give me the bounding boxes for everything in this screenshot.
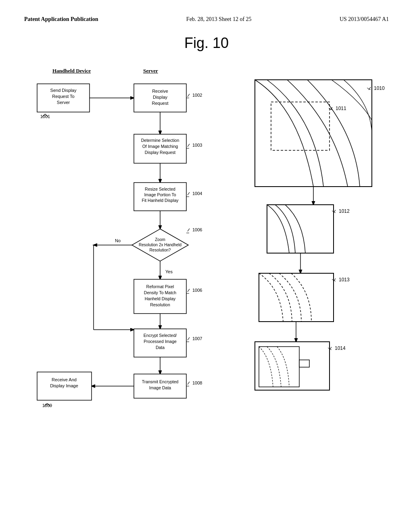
diagram-area: Handheld Device Server Send Display Requ… [24, 68, 389, 503]
figure-title: Fig. 10 [24, 35, 389, 52]
svg-text:1006: 1006 [192, 288, 202, 293]
svg-text:1003: 1003 [192, 143, 202, 148]
svg-text:Receive And: Receive And [52, 377, 77, 382]
svg-text:Display Image: Display Image [50, 383, 78, 388]
svg-text:1012: 1012 [339, 208, 350, 214]
header: Patent Application Publication Feb. 28, … [24, 16, 389, 23]
svg-text:1006: 1006 [192, 227, 202, 232]
svg-text:1014: 1014 [335, 345, 346, 351]
svg-text:Request: Request [152, 101, 169, 106]
svg-text:Fit Hanheld Display: Fit Hanheld Display [142, 198, 179, 203]
svg-text:No: No [115, 238, 121, 243]
svg-rect-83 [299, 360, 309, 367]
page: Patent Application Publication Feb. 28, … [0, 0, 413, 532]
header-left: Patent Application Publication [24, 16, 98, 23]
svg-text:Send Display: Send Display [50, 88, 77, 93]
svg-text:1011: 1011 [336, 106, 346, 111]
svg-text:Hanheld Display: Hanheld Display [145, 296, 176, 301]
svg-rect-75 [259, 273, 334, 322]
svg-text:1001: 1001 [40, 114, 50, 119]
svg-text:Display: Display [153, 95, 168, 100]
svg-text:1008: 1008 [192, 380, 202, 385]
svg-text:Resolution: Resolution [150, 302, 170, 307]
svg-text:1010: 1010 [374, 85, 385, 91]
svg-text:Yes: Yes [165, 269, 173, 274]
header-right: US 2013/0054467 A1 [340, 16, 389, 23]
svg-text:Transmit Encrypted: Transmit Encrypted [142, 379, 179, 384]
svg-text:Processed Image: Processed Image [144, 339, 177, 344]
svg-text:Of Image Matching: Of Image Matching [142, 144, 178, 149]
diagram-svg: Send Display Request To Server 1001 Rece… [24, 68, 389, 503]
svg-text:Image Portion To: Image Portion To [144, 192, 176, 197]
svg-text:Display Request: Display Request [145, 150, 176, 155]
svg-text:Density To Match: Density To Match [144, 290, 176, 295]
svg-text:1013: 1013 [339, 277, 350, 283]
svg-text:Resolution?: Resolution? [150, 248, 171, 252]
svg-text:Resize Selected: Resize Selected [145, 187, 175, 191]
svg-rect-71 [267, 205, 334, 253]
svg-text:Determine Selection: Determine Selection [141, 138, 179, 143]
svg-text:Image Data: Image Data [149, 385, 171, 390]
svg-text:Server: Server [57, 100, 70, 105]
svg-text:Data: Data [156, 345, 165, 350]
svg-text:Zoom: Zoom [155, 237, 165, 242]
svg-rect-67 [271, 102, 330, 150]
svg-text:Receive: Receive [152, 89, 168, 94]
header-center: Feb. 28, 2013 Sheet 12 of 25 [186, 16, 252, 23]
svg-text:1002: 1002 [192, 93, 202, 98]
svg-text:Reformat Pixel: Reformat Pixel [146, 284, 174, 289]
svg-text:Request To: Request To [52, 94, 74, 99]
svg-rect-82 [259, 347, 299, 387]
svg-text:1004: 1004 [192, 191, 202, 196]
svg-text:Encrypt Selected/: Encrypt Selected/ [144, 333, 177, 338]
svg-text:Resolution 2x Handheld: Resolution 2x Handheld [139, 243, 181, 247]
svg-text:1007: 1007 [192, 336, 202, 341]
